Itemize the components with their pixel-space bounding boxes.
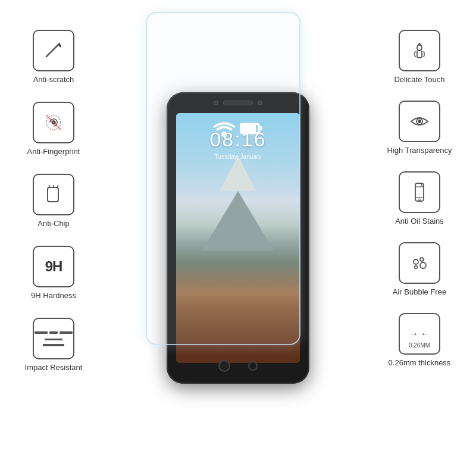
svg-point-21 <box>420 262 426 268</box>
feature-air-bubble: Air Bubble Free <box>369 242 470 296</box>
high-transparency-icon-box <box>399 101 440 142</box>
9h-label: 9H Hardness <box>31 291 76 300</box>
bottom-camera <box>248 361 258 371</box>
feature-thickness: → ← 0.26MM 0.26mm thickness <box>369 313 470 367</box>
phone-screen: 08:16 Tuesday, January <box>176 113 300 363</box>
impact-line-2 <box>49 331 58 334</box>
delicate-touch-icon-box <box>399 30 440 71</box>
impact-lines <box>35 331 73 334</box>
bubbles-icon <box>408 251 431 275</box>
phone-outline-icon <box>408 180 431 204</box>
svg-rect-5 <box>48 187 58 202</box>
feature-anti-oil: Anti Oil Stains <box>369 171 470 226</box>
delicate-touch-label: Delicate Touch <box>394 75 444 84</box>
scratch-icon <box>42 39 65 62</box>
svg-line-0 <box>46 45 58 57</box>
chip-icon <box>42 183 65 206</box>
left-camera-dot <box>214 101 218 105</box>
eye-icon <box>408 109 431 133</box>
phone-wrapper: 08:16 Tuesday, January <box>161 30 315 446</box>
feature-anti-fingerprint: Anti-Fingerprint <box>6 102 101 156</box>
air-bubble-icon-box <box>399 242 440 284</box>
phone-bottom-bar <box>218 360 258 372</box>
impact-line-1 <box>35 331 48 334</box>
svg-point-22 <box>415 266 418 269</box>
thickness-label: 0.26mm thickness <box>389 358 451 367</box>
thickness-icon-box: → ← 0.26MM <box>399 313 440 355</box>
svg-point-19 <box>414 259 418 264</box>
touch-icon <box>408 39 431 62</box>
phone-body: 08:16 Tuesday, January <box>167 92 309 384</box>
screen-date: Tuesday, January <box>215 154 261 160</box>
svg-line-8 <box>57 185 58 187</box>
high-transparency-label: High Transparency <box>387 146 452 155</box>
anti-fingerprint-icon-box <box>33 102 74 143</box>
9h-text-icon: 9H <box>45 258 62 275</box>
arrow-left: ← <box>421 329 429 339</box>
impact-icon-graphic <box>35 331 73 346</box>
feature-delicate-touch: Delicate Touch <box>369 30 470 84</box>
thickness-mm-label: 0.26MM <box>400 342 439 349</box>
anti-scratch-icon-box <box>33 30 74 71</box>
speaker-bar <box>223 101 253 105</box>
feature-high-transparency: High Transparency <box>369 101 470 155</box>
main-container: Anti-scratch Anti-Fingerprint <box>0 0 476 476</box>
impact-line-3 <box>60 331 73 334</box>
impact-base-2 <box>43 344 64 346</box>
anti-oil-label: Anti Oil Stains <box>395 217 444 226</box>
screen-time: 08:16 <box>209 128 266 151</box>
anti-chip-icon-box <box>33 174 74 215</box>
impact-label: Impact Resistant <box>25 363 83 372</box>
mountain-peak <box>202 191 274 250</box>
features-right-column: Delicate Touch High Transparency <box>369 30 470 367</box>
front-camera <box>258 101 262 105</box>
feature-anti-scratch: Anti-scratch <box>6 30 101 84</box>
anti-fingerprint-label: Anti-Fingerprint <box>27 147 80 156</box>
9h-icon-box: 9H <box>33 246 74 287</box>
features-left-column: Anti-scratch Anti-Fingerprint <box>6 30 101 372</box>
feature-impact-resistant: Impact Resistant <box>6 318 101 372</box>
svg-point-18 <box>421 184 424 186</box>
anti-scratch-label: Anti-scratch <box>33 75 74 84</box>
svg-marker-1 <box>58 43 61 47</box>
arrow-right: → <box>410 329 418 339</box>
anti-chip-label: Anti-Chip <box>37 219 69 228</box>
impact-icon-box <box>33 318 74 359</box>
thickness-arrows: → ← <box>410 329 429 339</box>
svg-point-13 <box>418 120 421 123</box>
feature-anti-chip: Anti-Chip <box>6 174 101 228</box>
anti-oil-icon-box <box>399 171 440 213</box>
home-button <box>218 360 230 372</box>
impact-base <box>45 339 62 340</box>
svg-point-17 <box>419 199 421 201</box>
phone-top-bar <box>214 101 262 105</box>
fingerprint-icon <box>42 111 65 134</box>
svg-point-20 <box>420 258 424 261</box>
air-bubble-label: Air Bubble Free <box>393 287 446 296</box>
feature-9h-hardness: 9H 9H Hardness <box>6 246 101 300</box>
